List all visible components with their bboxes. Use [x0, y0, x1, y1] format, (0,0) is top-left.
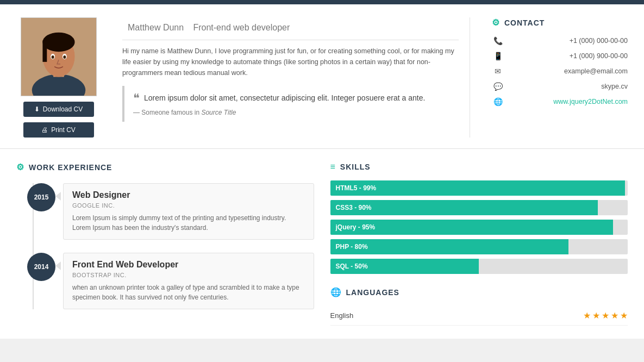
phone-value: +1 (000) 000-00-00 — [504, 37, 628, 45]
star-icon: ★ — [602, 310, 609, 321]
job-description: when an unknown printer took a galley of… — [72, 283, 305, 302]
skill-label: jQuery - 95% — [336, 223, 376, 231]
contact-email-item: ✉ example@email.com — [492, 67, 628, 76]
contact-mobile-item: 📱 +1 (000) 900-00-00 — [492, 52, 628, 60]
skill-bar-item: jQuery - 95% — [330, 220, 628, 235]
print-cv-button[interactable]: 🖨 Print CV — [23, 122, 94, 138]
skill-bar-fill: jQuery - 95% — [330, 220, 613, 235]
languages-title: 🌐 LANGUAGES — [330, 287, 628, 297]
contact-website-item: 🌐 www.jquery2DotNet.com — [492, 97, 628, 106]
skill-bar-item: SQL - 50% — [330, 259, 628, 274]
print-icon: 🖨 — [41, 126, 48, 134]
timeline-card: Web Designer GOOGLE INC. Lorem Ipsum is … — [63, 183, 314, 240]
timeline-card: Front End Web Developer BOOTSTRAP INC. w… — [63, 253, 314, 309]
skill-bar-fill: SQL - 50% — [330, 259, 479, 274]
lang-icon: 🌐 — [330, 287, 342, 297]
email-value: example@email.com — [504, 67, 628, 75]
quote-attribution: — Someone famous in Source Title — [133, 109, 450, 116]
full-name: Matthew Dunn — [128, 23, 184, 32]
language-stars: ★★★★★ — [583, 310, 628, 321]
skill-bar-bg: jQuery - 95% — [330, 220, 628, 235]
work-gear-icon: ⚙ — [16, 162, 24, 172]
skill-label: HTML5 - 99% — [336, 184, 377, 192]
svg-rect-6 — [42, 40, 47, 61]
job-title: Front-end web developer — [193, 23, 290, 32]
skill-bar-item: CSS3 - 90% — [330, 200, 628, 215]
page-wrapper: ⬇ Download CV 🖨 Print CV Matthew Dunn Fr… — [0, 0, 644, 339]
quote-mark-icon: ❝ — [133, 91, 140, 105]
website-link[interactable]: www.jquery2DotNet.com — [553, 98, 628, 105]
globe-icon: 🌐 — [492, 97, 504, 106]
timeline: 2015 Web Designer GOOGLE INC. Lorem Ipsu… — [16, 183, 314, 309]
skill-bar-fill: PHP - 80% — [330, 239, 568, 254]
bio-name-title: Matthew Dunn Front-end web developer — [122, 17, 459, 34]
timeline-year: 2015 — [27, 183, 55, 211]
skill-bar-item: HTML5 - 99% — [330, 180, 628, 196]
skills-bars: HTML5 - 99% CSS3 - 90% jQuery - 95% PHP … — [330, 180, 628, 274]
bio-divider — [122, 40, 459, 40]
skill-bar-bg: HTML5 - 99% — [330, 180, 628, 196]
work-experience-title: ⚙ WORK EXPERIENCE — [16, 162, 314, 172]
avatar-column: ⬇ Download CV 🖨 Print CV — [16, 17, 101, 138]
skill-bar-bg: CSS3 - 90% — [330, 200, 628, 215]
gear-icon: ⚙ — [492, 17, 500, 28]
contact-section-title: ⚙ CONTACT — [492, 17, 628, 28]
skill-bar-fill: HTML5 - 99% — [330, 180, 625, 196]
star-icon: ★ — [620, 310, 628, 321]
star-icon: ★ — [583, 310, 591, 321]
top-bar — [0, 0, 644, 4]
skill-bar-bg: PHP - 80% — [330, 239, 628, 254]
skill-label: SQL - 50% — [336, 263, 368, 270]
quote-text: Lorem ipsum dolor sit amet, consectetur … — [144, 93, 426, 102]
svg-point-9 — [51, 55, 54, 59]
language-name: English — [330, 311, 354, 320]
list-icon: ≡ — [330, 162, 336, 172]
job-title-card: Web Designer — [72, 190, 305, 200]
svg-point-5 — [42, 33, 74, 52]
skills-column: ≡ SKILLS HTML5 - 99% CSS3 - 90% jQuery -… — [330, 162, 628, 326]
star-icon: ★ — [611, 310, 618, 321]
job-title-card: Front End Web Developer — [72, 260, 305, 270]
email-icon: ✉ — [492, 67, 504, 76]
languages-list: English ★★★★★ — [330, 306, 628, 326]
job-description: Lorem Ipsum is simply dummy text of the … — [72, 213, 305, 233]
website-value: www.jquery2DotNet.com — [504, 98, 628, 105]
skill-label: CSS3 - 90% — [336, 204, 372, 211]
skype-value: skype.cv — [504, 83, 628, 90]
header-section: ⬇ Download CV 🖨 Print CV Matthew Dunn Fr… — [0, 4, 644, 149]
mobile-icon: 📱 — [492, 52, 504, 60]
company-name: GOOGLE INC. — [72, 202, 305, 209]
bio-text: Hi my name is Matthew Dunn, I love progr… — [122, 46, 459, 78]
bottom-section: ⚙ WORK EXPERIENCE 2015 Web Designer GOOG… — [0, 149, 644, 339]
skype-icon: 💬 — [492, 82, 504, 91]
company-name: BOOTSTRAP INC. — [72, 272, 305, 278]
language-item: English ★★★★★ — [330, 306, 628, 326]
contact-phone-item: 📞 +1 (000) 000-00-00 — [492, 36, 628, 45]
timeline-item: 2015 Web Designer GOOGLE INC. Lorem Ipsu… — [27, 183, 314, 240]
download-icon: ⬇ — [34, 105, 40, 113]
skill-bar-item: PHP - 80% — [330, 239, 628, 254]
timeline-arrow — [55, 261, 61, 270]
work-experience-column: ⚙ WORK EXPERIENCE 2015 Web Designer GOOG… — [16, 162, 314, 326]
timeline-arrow — [55, 192, 61, 201]
skill-bar-fill: CSS3 - 90% — [330, 200, 598, 215]
download-cv-button[interactable]: ⬇ Download CV — [23, 102, 94, 117]
skill-label: PHP - 80% — [336, 243, 368, 251]
mobile-value: +1 (000) 900-00-00 — [504, 52, 628, 60]
avatar — [21, 17, 97, 96]
languages-section: 🌐 LANGUAGES English ★★★★★ — [330, 287, 628, 326]
timeline-year: 2014 — [27, 253, 55, 281]
contact-column: ⚙ CONTACT 📞 +1 (000) 000-00-00 📱 +1 (000… — [481, 17, 628, 138]
skill-bar-bg: SQL - 50% — [330, 259, 628, 274]
skills-title: ≡ SKILLS — [330, 162, 628, 172]
bio-column: Matthew Dunn Front-end web developer Hi … — [111, 17, 470, 138]
contact-skype-item: 💬 skype.cv — [492, 82, 628, 91]
star-icon: ★ — [592, 310, 600, 321]
timeline-item: 2014 Front End Web Developer BOOTSTRAP I… — [27, 253, 314, 309]
bio-quote: ❝ Lorem ipsum dolor sit amet, consectetu… — [122, 86, 459, 122]
phone-icon: 📞 — [492, 36, 504, 45]
svg-point-10 — [63, 55, 66, 59]
